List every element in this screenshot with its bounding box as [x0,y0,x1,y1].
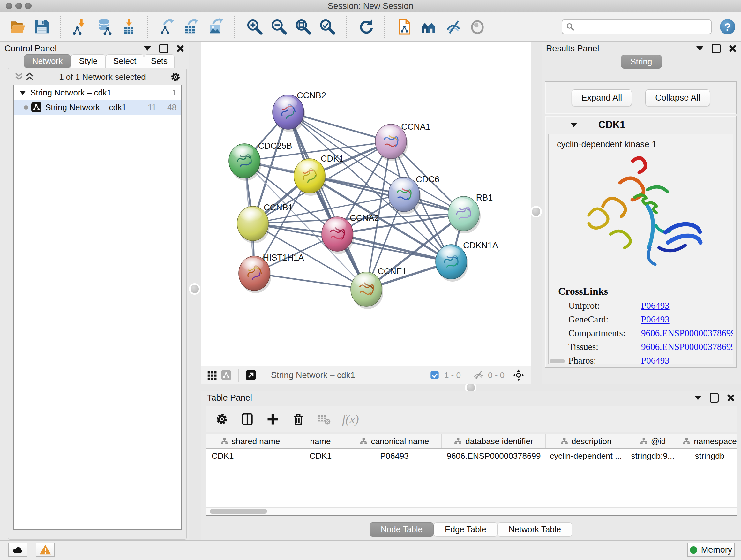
table-cell[interactable]: cyclin-dependent ... [546,449,626,463]
column-header-canonical-name[interactable]: canonical name [347,434,442,448]
collapse-all-networks-icon[interactable] [24,72,35,82]
control-panel-close-icon[interactable] [177,45,184,52]
table-row[interactable]: CDK1CDK1P064939606.ENSP00000378699cyclin… [206,449,737,463]
table-cell[interactable]: CDK1 [206,449,294,463]
column-header-database-identifier[interactable]: database identifier [442,434,546,448]
tab-select[interactable]: Select [106,54,144,68]
expand-all-networks-icon[interactable] [13,72,24,82]
crosslinks-scrollbar[interactable] [549,360,565,363]
birdseye-navigator-icon[interactable] [512,368,526,382]
splitter-left-handle[interactable] [191,285,199,293]
control-panel-collapse-icon[interactable] [144,46,151,51]
zoom-out-button[interactable] [270,17,288,37]
search-input[interactable] [578,22,707,32]
network-node-CDK1[interactable] [294,159,327,196]
crosslink-link[interactable]: 9606.ENSP00000378699 [641,341,733,352]
save-session-button[interactable] [32,17,51,37]
import-network-from-database-button[interactable] [95,17,114,37]
open-session-button[interactable] [8,17,27,37]
column-header-shared-name[interactable]: shared name [206,434,294,448]
toolbar-search-field[interactable] [562,19,712,34]
network-node-CCNE1[interactable] [351,272,383,309]
show-all-button[interactable] [468,17,487,37]
table-tabs: Node Table Edge Table Network Table [201,522,741,537]
network-edge-CCNB2-CCNE1[interactable] [288,112,366,289]
network-node-CCNA2[interactable] [322,217,354,254]
export-network-button[interactable] [158,17,177,37]
help-button[interactable]: ? [720,19,735,35]
tab-sets[interactable]: Sets [144,54,175,68]
export-image-button[interactable] [207,17,225,37]
network-view-icon[interactable] [219,368,233,382]
grid-view-icon[interactable] [205,368,219,382]
table-panel-collapse-icon[interactable] [694,395,701,400]
tab-edge-table[interactable]: Edge Table [434,522,497,537]
results-panel-close-icon[interactable] [729,45,737,52]
network-node-CDC25B[interactable] [229,144,261,181]
detach-view-icon[interactable] [244,368,258,382]
network-node-CCNB2[interactable] [273,95,305,132]
splitter-right[interactable] [531,42,542,384]
column-header--id[interactable]: @id [626,434,679,448]
expand-all-button[interactable]: Expand All [571,89,632,106]
column-header-description[interactable]: description [546,434,626,448]
memory-button[interactable]: Memory [687,543,735,557]
cloud-status-button[interactable] [8,543,27,557]
table-cell[interactable]: stringdb:9... [626,449,679,463]
column-header-namespace[interactable]: namespace [679,434,737,448]
splitter-left[interactable] [189,42,201,540]
results-panel-float-icon[interactable] [712,44,721,53]
delete-column-trash-icon[interactable] [291,412,306,427]
tab-style[interactable]: Style [71,54,106,68]
network-collection-row[interactable]: String Network – cdk1 1 [14,85,181,100]
zoom-in-button[interactable] [246,17,264,37]
table-panel-close-icon[interactable] [727,394,735,401]
new-network-from-selection-button[interactable] [395,17,414,37]
splitter-horizontal[interactable] [201,384,741,391]
network-node-RB1[interactable] [448,196,481,233]
apply-layout-button[interactable] [357,17,375,37]
window-close-button[interactable] [6,3,12,9]
tab-network-table[interactable]: Network Table [497,522,572,537]
window-zoom-button[interactable] [25,3,31,9]
crosslink-link[interactable]: P06493 [641,314,670,325]
first-neighbors-button[interactable] [420,17,438,37]
crosslink-link[interactable]: P06493 [641,355,670,364]
splitter-right-handle[interactable] [532,207,540,216]
show-columns-icon[interactable] [240,412,255,427]
create-column-plus-icon[interactable] [266,412,280,427]
table-horizontal-scrollbar[interactable] [206,507,737,515]
zoom-fit-button[interactable] [294,17,313,37]
crosslink-link[interactable]: P06493 [641,300,670,311]
table-panel-float-icon[interactable] [710,393,719,402]
collection-expand-icon[interactable] [19,91,26,95]
table-options-gear-icon[interactable] [214,412,229,427]
tab-network[interactable]: Network [24,54,71,68]
network-options-gear-icon[interactable] [170,71,181,83]
crosslink-link[interactable]: 9606.ENSP00000378699 [641,328,733,338]
hide-selected-button[interactable] [444,17,462,37]
scrollbar-thumb[interactable] [210,509,267,514]
protein-collapse-icon[interactable] [570,123,577,127]
import-table-from-file-button[interactable] [120,17,138,37]
protein-section-header[interactable]: CDK1 [545,116,736,133]
zoom-selected-button[interactable] [318,17,337,37]
control-panel-float-icon[interactable] [159,44,168,53]
hidden-eye-icon[interactable] [471,368,485,382]
table-cell[interactable]: stringdb [679,449,737,463]
tab-node-table[interactable]: Node Table [369,522,434,537]
network-canvas[interactable]: CCNB2CCNA1CDC25BCDK1CDC6RB1CCNB1CCNA2CDK… [201,42,531,366]
results-panel-collapse-icon[interactable] [696,46,703,51]
tab-string[interactable]: String [621,55,662,69]
export-table-button[interactable] [183,17,201,37]
column-header-name[interactable]: name [294,434,347,448]
table-cell[interactable]: CDK1 [294,449,347,463]
table-cell[interactable]: P06493 [347,449,442,463]
window-minimize-button[interactable] [15,3,22,9]
selected-checkbox-icon[interactable] [428,368,442,382]
warnings-button[interactable] [36,543,55,557]
network-row[interactable]: String Network – cdk1 11 48 [14,100,181,115]
collapse-all-button[interactable]: Collapse All [645,89,710,106]
import-network-from-file-button[interactable] [71,17,90,37]
table-cell[interactable]: 9606.ENSP00000378699 [442,449,546,463]
